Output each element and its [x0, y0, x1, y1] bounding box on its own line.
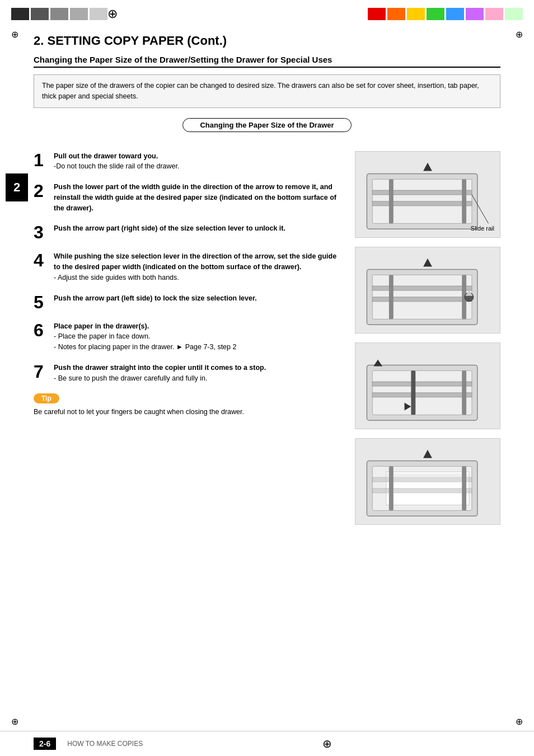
steps-and-images: 1 Pull out the drawer toward you. -Do no… [34, 151, 500, 525]
svg-rect-10 [372, 286, 472, 290]
step-2-text: Push the lower part of the width guide i… [54, 182, 344, 213]
step-5-bold: Push the arrow part (left side) to lock … [54, 294, 257, 302]
step-4: 4 While pushing the size selection lever… [34, 251, 344, 283]
diagram-3-svg [355, 343, 500, 429]
step-3: 3 Push the arrow part (right side) of th… [34, 223, 344, 241]
svg-marker-21 [373, 359, 382, 366]
images-column: Slide rail [355, 151, 500, 525]
footer-text: HOW TO MAKE COPIES [67, 740, 143, 748]
step-2: 2 Push the lower part of the width guide… [34, 182, 344, 213]
step-7-note: - Be sure to push the drawer carefully a… [54, 373, 266, 384]
svg-rect-20 [372, 392, 472, 397]
color-block-r7 [485, 8, 503, 20]
color-block-2 [31, 8, 49, 20]
svg-rect-33 [389, 466, 394, 510]
steps-column: 1 Pull out the drawer toward you. -Do no… [34, 151, 344, 525]
color-block-r4 [427, 8, 444, 20]
color-block-5 [90, 8, 107, 20]
color-block-4 [70, 8, 88, 20]
left-color-blocks [11, 8, 107, 20]
right-color-blocks [368, 8, 523, 20]
step-6: 6 Place paper in the drawer(s). - Place … [34, 321, 344, 353]
svg-rect-5 [389, 179, 394, 223]
svg-rect-29 [386, 475, 469, 477]
page-number: 2-6 [34, 738, 56, 750]
step-7: 7 Push the drawer straight into the copi… [34, 363, 344, 384]
color-block-3 [50, 8, 68, 20]
tip-box: Tip Be careful not to let your fingers b… [34, 393, 344, 417]
step-3-number: 3 [34, 223, 49, 241]
footer: 2-6 HOW TO MAKE COPIES ⊕ [0, 731, 534, 756]
color-block-1 [11, 8, 29, 20]
step-6-text: Place paper in the drawer(s). - Place th… [54, 321, 236, 353]
step-6-note2: - Notes for placing paper in the drawer.… [54, 342, 236, 353]
bottom-symbol: ⊕ [322, 737, 332, 750]
reg-mark-bottom-right: ⊕ [516, 716, 523, 727]
step-5: 5 Push the arrow part (left side) to loc… [34, 293, 344, 311]
step-5-number: 5 [34, 293, 49, 311]
step-2-bold: Push the lower part of the width guide i… [54, 183, 336, 212]
svg-rect-24 [462, 370, 466, 415]
top-color-bar: ⊕ [0, 0, 534, 28]
step-7-text: Push the drawer straight into the copier… [54, 363, 266, 384]
step-6-bold: Place paper in the drawer(s). [54, 322, 149, 330]
step-4-note: - Adjust the side guides with both hands… [54, 273, 344, 283]
svg-rect-13 [389, 275, 394, 319]
step-5-text: Push the arrow part (left side) to lock … [54, 293, 257, 304]
step-2-number: 2 [34, 182, 49, 200]
diagram-4-svg [355, 439, 500, 524]
tip-label: Tip [34, 393, 59, 403]
info-box: The paper size of the drawers of the cop… [34, 74, 500, 108]
chapter-tab: 2 [6, 173, 28, 201]
box-title: Changing the Paper Size of the Drawer [182, 118, 351, 132]
svg-rect-11 [372, 297, 472, 301]
svg-marker-32 [423, 449, 432, 458]
svg-marker-12 [423, 258, 432, 266]
color-block-r2 [387, 8, 405, 20]
color-block-r3 [407, 8, 425, 20]
diagram-3 [355, 342, 500, 429]
svg-rect-28 [386, 473, 469, 475]
svg-rect-2 [372, 190, 472, 195]
color-block-r8 [505, 8, 523, 20]
reg-mark-bottom-left: ⊕ [11, 716, 18, 727]
slide-rail-label: Slide rail [471, 225, 494, 232]
step-1-bold: Pull out the drawer toward you. [54, 152, 158, 160]
step-4-bold: While pushing the size selection lever i… [54, 252, 336, 271]
diagram-4 [355, 438, 500, 525]
svg-rect-6 [462, 179, 466, 223]
step-1: 1 Pull out the drawer toward you. -Do no… [34, 151, 344, 172]
step-3-bold: Push the arrow part (right side) of the … [54, 224, 285, 232]
step-4-number: 4 [34, 251, 49, 269]
diagram-2 [355, 247, 500, 334]
subsection-title: Changing the Paper Size of the Drawer/Se… [34, 55, 500, 68]
step-7-bold: Push the drawer straight into the copier… [54, 364, 266, 372]
color-block-r6 [466, 8, 484, 20]
step-4-text: While pushing the size selection lever i… [54, 251, 344, 283]
step-3-text: Push the arrow part (right side) of the … [54, 223, 285, 234]
svg-marker-4 [423, 162, 432, 171]
svg-rect-31 [372, 488, 472, 492]
step-6-note1: - Place the paper in face down. [54, 331, 236, 342]
step-1-note: -Do not touch the slide rail of the draw… [54, 161, 179, 172]
diagram-2-svg [355, 247, 500, 333]
reg-mark-top-left: ⊕ [11, 29, 18, 40]
svg-rect-34 [462, 466, 466, 510]
step-1-text: Pull out the drawer toward you. -Do not … [54, 151, 179, 172]
color-block-r1 [368, 8, 386, 20]
step-7-number: 7 [34, 363, 49, 381]
svg-rect-22 [411, 370, 415, 415]
svg-rect-3 [372, 201, 472, 205]
svg-rect-30 [372, 477, 472, 482]
reg-mark-top-right: ⊕ [516, 29, 523, 40]
tip-text: Be careful not to let your fingers be ca… [34, 407, 344, 417]
section-title: 2. SETTING COPY PAPER (Cont.) [34, 34, 500, 50]
top-center-symbol: ⊕ [107, 7, 118, 21]
step-6-number: 6 [34, 321, 49, 339]
step-1-number: 1 [34, 151, 49, 169]
diagram-1: Slide rail [355, 151, 500, 238]
main-content: 2. SETTING COPY PAPER (Cont.) Changing t… [0, 28, 534, 542]
svg-rect-19 [372, 382, 472, 386]
color-block-r5 [446, 8, 464, 20]
